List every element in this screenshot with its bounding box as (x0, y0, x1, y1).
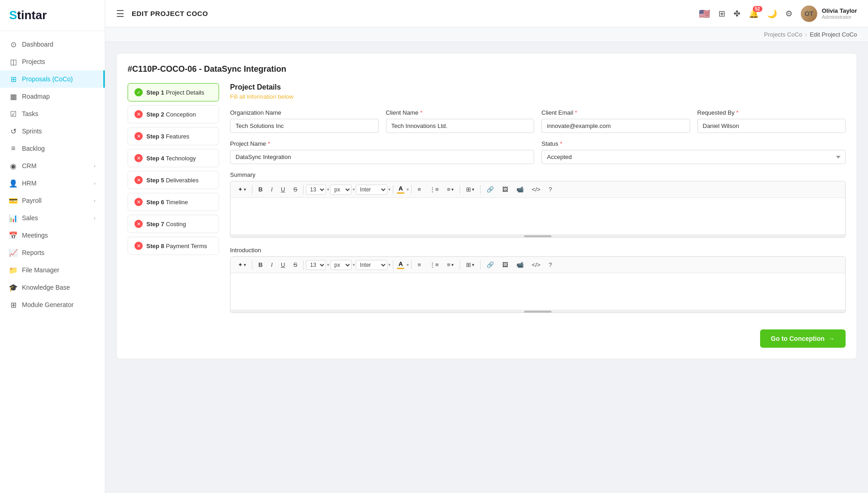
content-area: #C110P-COCO-06 - DataSync Integration ✓ … (105, 42, 868, 493)
toolbar-font-family-select[interactable]: InterArialRoboto (356, 185, 387, 195)
toolbar-underline-button[interactable]: U (277, 184, 289, 195)
step-timeline[interactable]: ✕ Step 6 Timeline (128, 193, 219, 211)
toolbar-ul-button[interactable]: ≡ (414, 184, 425, 195)
sidebar-item-dashboard[interactable]: ⊙ Dashboard (0, 36, 105, 53)
settings-gear-icon[interactable]: ⚙ (785, 9, 793, 19)
knowledge-base-icon: 🎓 (9, 283, 17, 292)
intro-toolbar-underline-button[interactable]: U (277, 260, 289, 270)
go-to-conception-button[interactable]: Go to Conception → (760, 329, 846, 348)
step-payment-terms[interactable]: ✕ Step 8 Payment Terms (128, 237, 219, 255)
toolbar-bold-button[interactable]: B (255, 184, 266, 195)
requested-by-label: Requested By * (697, 109, 846, 116)
step3-label: Features (166, 133, 189, 140)
toolbar-help-button[interactable]: ? (545, 184, 556, 195)
intro-toolbar-font-size-select[interactable]: 13111416 (306, 260, 326, 270)
topbar: ☰ EDIT PROJECT COCO 🇺🇸 ⊞ ✤ 🔔 52 🌙 ⚙ OT O… (105, 0, 868, 27)
apps-icon[interactable]: ⊞ (718, 9, 725, 19)
sidebar-label-tasks: Tasks (22, 110, 96, 117)
sidebar-item-roadmap[interactable]: ▦ Roadmap (0, 88, 105, 105)
sidebar-item-module-generator[interactable]: ⊞ Module Generator (0, 296, 105, 313)
org-name-input[interactable] (230, 119, 379, 133)
intro-toolbar-font-family-select[interactable]: InterArialRoboto (356, 260, 387, 270)
card-title: #C110P-COCO-06 - DataSync Integration (128, 64, 846, 74)
sidebar-item-file-manager[interactable]: 📁 File Manager (0, 261, 105, 279)
client-email-input[interactable] (541, 119, 690, 133)
sidebar-item-payroll[interactable]: 💳 Payroll › (0, 192, 105, 209)
sidebar-item-projects[interactable]: ◫ Projects (0, 53, 105, 70)
step-project-details[interactable]: ✓ Step 1 Project Details (128, 83, 219, 101)
toolbar-table-button[interactable]: ⊞ ▾ (462, 184, 478, 195)
sidebar-item-crm[interactable]: ◉ CRM › (0, 157, 105, 175)
summary-editor-body[interactable] (230, 198, 845, 234)
sidebar-label-knowledge-base: Knowledge Base (22, 284, 96, 291)
toolbar-font-size-select[interactable]: 13111416 (306, 185, 326, 195)
step4-label: Technology (166, 155, 196, 162)
step-deliverables[interactable]: ✕ Step 5 Deliverables (128, 171, 219, 189)
toolbar-italic-button[interactable]: I (267, 184, 276, 195)
status-select[interactable]: Accepted Draft Pending Rejected (541, 150, 846, 164)
language-flag-icon[interactable]: 🇺🇸 (699, 8, 710, 19)
intro-toolbar-bold-button[interactable]: B (255, 260, 266, 270)
card-footer: Go to Conception → (230, 322, 846, 348)
intro-toolbar-font-unit-select[interactable]: pxem (330, 260, 352, 270)
sidebar-item-tasks[interactable]: ☑ Tasks (0, 105, 105, 122)
project-name-input[interactable] (230, 150, 534, 164)
client-name-input[interactable] (386, 119, 535, 133)
client-name-label: Client Name * (386, 109, 535, 116)
sidebar-nav: ⊙ Dashboard ◫ Projects ⊞ Proposals (CoCo… (0, 31, 105, 493)
toolbar-ol-button[interactable]: ⋮≡ (426, 184, 443, 195)
sidebar-item-reports[interactable]: 📈 Reports (0, 244, 105, 261)
form-section-title: Project Details (230, 83, 846, 91)
sidebar-item-proposals[interactable]: ⊞ Proposals (CoCo) (0, 70, 105, 88)
intro-toolbar-divider-2 (303, 260, 304, 270)
toolbar-font-unit-select[interactable]: pxem (330, 185, 352, 195)
hamburger-button[interactable]: ☰ (116, 8, 124, 19)
toolbar-text-color-button[interactable]: A (396, 185, 406, 195)
intro-toolbar-align-button[interactable]: ≡ ▾ (443, 260, 457, 270)
breadcrumb-projects-coco[interactable]: Projects CoCo (764, 31, 803, 38)
toolbar-image-button[interactable]: 🖼 (498, 184, 512, 195)
intro-toolbar-ul-button[interactable]: ≡ (414, 260, 425, 270)
tasks-icon: ☑ (9, 110, 17, 118)
toolbar-strikethrough-button[interactable]: S (289, 184, 301, 195)
step-costing[interactable]: ✕ Step 7 Costing (128, 215, 219, 233)
intro-toolbar-wand-button[interactable]: ✦ ▾ (234, 260, 250, 270)
intro-toolbar-strikethrough-button[interactable]: S (289, 260, 301, 270)
sidebar-item-sprints[interactable]: ↺ Sprints (0, 122, 105, 140)
summary-label: Summary (230, 171, 846, 178)
user-area[interactable]: OT Olivia Taylor Administrator (801, 5, 857, 22)
intro-toolbar: ✦ ▾ B I U S 13111416 ▾ pxem ▾ (230, 257, 845, 273)
intro-toolbar-table-button[interactable]: ⊞ ▾ (462, 260, 478, 270)
form-row-2: Project Name * Status * Accepted Draft P… (230, 140, 846, 164)
topbar-left: ☰ EDIT PROJECT COCO (116, 8, 208, 19)
intro-toolbar-text-color-button[interactable]: A (396, 260, 406, 270)
intro-toolbar-code-button[interactable]: </> (528, 260, 544, 270)
sidebar-item-backlog[interactable]: ≡ Backlog (0, 140, 105, 157)
notification-bell-icon[interactable]: 🔔 52 (749, 9, 759, 19)
toolbar-code-button[interactable]: </> (528, 184, 544, 195)
intro-toolbar-italic-button[interactable]: I (267, 260, 276, 270)
logo-rest: tintar (17, 8, 47, 22)
toolbar-wand-button[interactable]: ✦ ▾ (234, 184, 250, 195)
grid-icon[interactable]: ✤ (734, 9, 740, 19)
intro-toolbar-divider-5 (460, 260, 460, 270)
sidebar-item-knowledge-base[interactable]: 🎓 Knowledge Base (0, 279, 105, 296)
sidebar-item-hrm[interactable]: 👤 HRM › (0, 175, 105, 192)
intro-toolbar-link-button[interactable]: 🔗 (483, 260, 498, 270)
toolbar-align-button[interactable]: ≡ ▾ (443, 184, 457, 195)
requested-by-input[interactable] (697, 119, 846, 133)
intro-toolbar-video-button[interactable]: 📹 (513, 260, 527, 270)
theme-moon-icon[interactable]: 🌙 (767, 9, 777, 19)
toolbar-video-button[interactable]: 📹 (513, 184, 527, 195)
intro-toolbar-help-button[interactable]: ? (545, 260, 556, 270)
step-features[interactable]: ✕ Step 3 Features (128, 127, 219, 145)
introduction-editor-body[interactable] (230, 273, 845, 310)
toolbar-link-button[interactable]: 🔗 (483, 184, 498, 195)
step-technology[interactable]: ✕ Step 4 Technology (128, 149, 219, 167)
sidebar-item-meetings[interactable]: 📅 Meetings (0, 227, 105, 244)
step-conception[interactable]: ✕ Step 2 Conception (128, 105, 219, 123)
intro-toolbar-ol-button[interactable]: ⋮≡ (426, 260, 443, 270)
client-name-required: * (420, 109, 423, 116)
intro-toolbar-image-button[interactable]: 🖼 (498, 260, 512, 270)
sidebar-item-sales[interactable]: 📊 Sales › (0, 209, 105, 227)
